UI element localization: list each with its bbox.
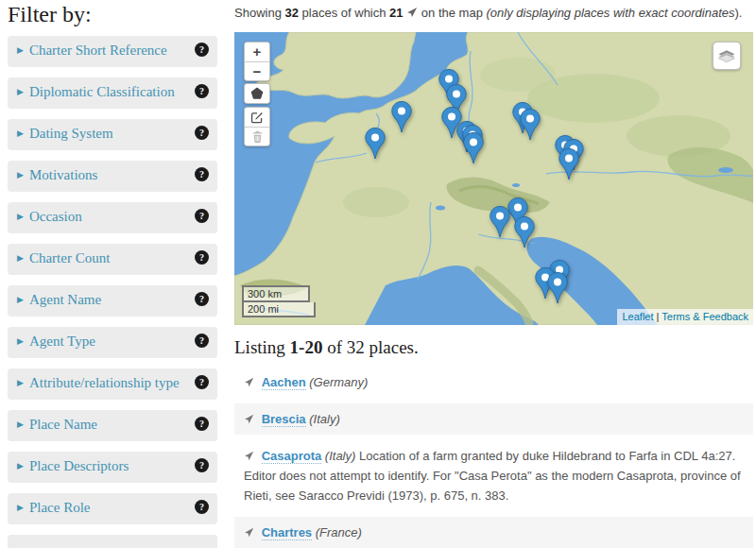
map-marker[interactable] xyxy=(462,131,485,165)
zoom-out-button[interactable]: − xyxy=(245,61,269,80)
leaflet-map[interactable]: + − 300 km xyxy=(234,32,753,325)
edit-layers-button[interactable] xyxy=(245,108,269,127)
place-country: (Italy) xyxy=(309,412,340,426)
edit-control xyxy=(244,107,270,146)
place-row: Chartres (France) xyxy=(234,517,753,548)
scale-mi: 200 mi xyxy=(242,302,316,317)
map-tiles xyxy=(234,32,753,325)
sidebar-title: Filter by: xyxy=(8,2,217,27)
filter-label: Place Name xyxy=(29,417,97,432)
place-link[interactable]: Brescia xyxy=(262,412,306,427)
map-marker[interactable] xyxy=(519,108,541,142)
map-attribution: Leaflet | Terms & Feedback xyxy=(617,309,753,325)
listing-header: Listing 1-20 of 32 places. xyxy=(234,337,753,358)
filter-item-partial[interactable] xyxy=(8,535,217,548)
help-icon[interactable]: ? xyxy=(195,334,209,348)
place-row: Casaprota (Italy) Location of a farm gra… xyxy=(234,440,753,511)
place-row: Brescia (Italy) xyxy=(234,403,753,435)
delete-layers-button[interactable] xyxy=(245,127,269,146)
place-country: (Germany) xyxy=(309,375,368,389)
filter-item[interactable]: ▶Agent Type ? xyxy=(8,327,217,358)
results-summary: Showing 32 places of which 21 on the map… xyxy=(234,6,753,20)
chevron-right-icon: ▶ xyxy=(17,212,24,221)
filter-item[interactable]: ▶Place Name ? xyxy=(8,410,217,441)
scale-control: 300 km 200 mi xyxy=(242,285,316,317)
summary-prefix: Showing xyxy=(234,6,282,20)
place-country: (Italy) xyxy=(325,449,356,463)
attribution-separator: | xyxy=(654,311,662,322)
map-marker[interactable] xyxy=(546,271,569,305)
location-arrow-icon xyxy=(244,527,254,538)
filter-item[interactable]: ▶Dating System ? xyxy=(8,119,217,150)
help-icon[interactable]: ? xyxy=(195,292,209,306)
filter-item[interactable]: ▶Diplomatic Classification ? xyxy=(8,77,217,109)
help-icon[interactable]: ? xyxy=(195,167,209,181)
map-marker[interactable] xyxy=(390,100,413,134)
filter-item[interactable]: ▶Attribute/relationship type ? xyxy=(8,368,217,400)
marker-pin-icon xyxy=(546,271,569,305)
filter-label: Agent Type xyxy=(29,334,95,349)
summary-suffix: on the map xyxy=(421,6,483,20)
help-icon[interactable]: ? xyxy=(195,500,209,514)
summary-middle: places of which xyxy=(302,6,387,20)
layers-icon xyxy=(716,45,737,66)
chevron-right-icon: ▶ xyxy=(17,45,24,55)
chevron-right-icon: ▶ xyxy=(17,420,24,429)
place-row: Aachen (Germany) xyxy=(234,367,753,398)
location-arrow-icon xyxy=(244,377,254,387)
filter-label: Dating System xyxy=(29,126,113,141)
map-marker[interactable] xyxy=(364,127,387,161)
polygon-icon xyxy=(250,87,264,100)
filter-label: Place Role xyxy=(29,500,91,515)
place-link[interactable]: Aachen xyxy=(262,375,306,390)
chevron-right-icon: ▶ xyxy=(17,87,24,96)
place-country: (France) xyxy=(316,525,362,539)
marker-pin-icon xyxy=(558,147,580,181)
draw-polygon-button[interactable] xyxy=(245,84,269,103)
filter-item[interactable]: ▶Occasion ? xyxy=(8,202,217,233)
help-icon[interactable]: ? xyxy=(195,250,209,265)
marker-pin-icon xyxy=(390,100,413,134)
help-icon[interactable]: ? xyxy=(195,126,209,140)
listing-suffix: of 32 places. xyxy=(327,337,419,357)
trash-icon xyxy=(251,130,264,144)
chevron-right-icon: ▶ xyxy=(17,253,24,263)
filter-sidebar: Filter by: ▶Charter Short Reference ? ▶D… xyxy=(8,0,217,548)
zoom-in-button[interactable]: + xyxy=(245,43,269,61)
filter-item[interactable]: ▶Charter Short Reference ? xyxy=(8,36,217,67)
map-marker[interactable] xyxy=(558,147,580,181)
total-places-count: 32 xyxy=(285,6,299,20)
filter-item[interactable]: ▶Place Descriptors ? xyxy=(8,452,217,483)
leaflet-link[interactable]: Leaflet xyxy=(622,311,653,322)
map-marker[interactable] xyxy=(513,215,536,249)
filter-item[interactable]: ▶Place Role ? xyxy=(8,493,217,524)
listing-prefix: Listing xyxy=(234,337,285,357)
filter-label: Attribute/relationship type xyxy=(29,375,180,390)
chevron-right-icon: ▶ xyxy=(17,295,24,304)
location-arrow-icon xyxy=(244,451,254,461)
chevron-right-icon: ▶ xyxy=(17,461,24,471)
filter-item[interactable]: ▶Charter Count ? xyxy=(8,244,217,275)
filter-item[interactable]: ▶Motivations ? xyxy=(8,161,217,192)
filter-item[interactable]: ▶Agent Name ? xyxy=(8,285,217,317)
help-icon[interactable]: ? xyxy=(195,209,209,223)
filter-label: Diplomatic Classification xyxy=(29,84,175,99)
scale-km: 300 km xyxy=(242,285,310,302)
map-marker[interactable] xyxy=(489,205,511,239)
place-link[interactable]: Chartres xyxy=(262,525,312,540)
place-link[interactable]: Casaprota xyxy=(262,449,322,464)
help-icon[interactable]: ? xyxy=(195,417,209,431)
marker-pin-icon xyxy=(489,205,511,239)
filter-label: Charter Short Reference xyxy=(29,43,167,58)
zoom-control: + − xyxy=(244,42,270,81)
on-map-count: 21 xyxy=(389,6,403,20)
help-icon[interactable]: ? xyxy=(195,43,209,57)
help-icon[interactable]: ? xyxy=(195,375,209,389)
help-icon[interactable]: ? xyxy=(195,84,209,98)
marker-pin-icon xyxy=(462,131,485,165)
layers-control-button[interactable] xyxy=(713,42,741,70)
terms-feedback-link[interactable]: Terms & Feedback xyxy=(662,311,748,322)
main-content: Showing 32 places of which 21 on the map… xyxy=(234,0,753,548)
help-icon[interactable]: ? xyxy=(195,458,209,472)
filter-label: Place Descriptors xyxy=(29,458,129,473)
